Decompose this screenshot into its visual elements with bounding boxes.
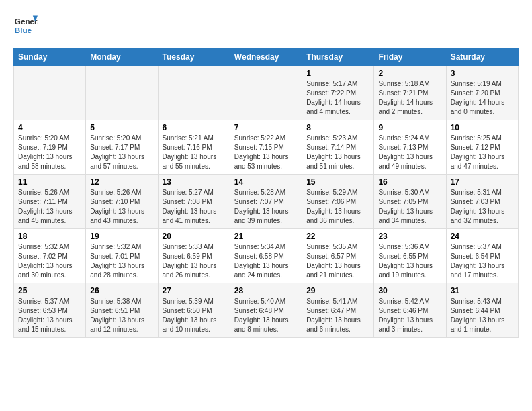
calendar-week-5: 25Sunrise: 5:37 AMSunset: 6:53 PMDayligh… — [14, 283, 519, 338]
day-number: 13 — [163, 177, 226, 187]
calendar-week-1: 1Sunrise: 5:17 AMSunset: 7:22 PMDaylight… — [14, 66, 519, 120]
calendar-cell: 29Sunrise: 5:41 AMSunset: 6:47 PMDayligh… — [302, 283, 374, 338]
day-info: Sunrise: 5:43 AMSunset: 6:44 PMDaylight:… — [451, 297, 514, 334]
day-info: Sunrise: 5:41 AMSunset: 6:47 PMDaylight:… — [306, 297, 369, 334]
day-info: Sunrise: 5:40 AMSunset: 6:48 PMDaylight:… — [234, 297, 298, 334]
day-info: Sunrise: 5:39 AMSunset: 6:50 PMDaylight:… — [163, 297, 226, 334]
calendar-cell: 25Sunrise: 5:37 AMSunset: 6:53 PMDayligh… — [14, 283, 86, 338]
day-info: Sunrise: 5:18 AMSunset: 7:21 PMDaylight:… — [378, 79, 441, 117]
day-info: Sunrise: 5:23 AMSunset: 7:14 PMDaylight:… — [306, 134, 369, 171]
day-number: 24 — [451, 232, 514, 241]
day-info: Sunrise: 5:26 AMSunset: 7:11 PMDaylight:… — [18, 188, 81, 226]
calendar-cell: 12Sunrise: 5:26 AMSunset: 7:10 PMDayligh… — [86, 175, 158, 229]
weekday-header-monday: Monday — [86, 49, 158, 66]
calendar-cell: 19Sunrise: 5:32 AMSunset: 7:01 PMDayligh… — [86, 229, 158, 283]
day-number: 23 — [378, 232, 441, 241]
weekday-header-tuesday: Tuesday — [158, 49, 230, 66]
weekday-row: SundayMondayTuesdayWednesdayThursdayFrid… — [14, 49, 519, 66]
calendar-cell: 4Sunrise: 5:20 AMSunset: 7:19 PMDaylight… — [14, 120, 86, 175]
calendar-cell — [230, 66, 302, 120]
calendar-cell — [158, 66, 230, 120]
day-info: Sunrise: 5:26 AMSunset: 7:10 PMDaylight:… — [90, 188, 153, 226]
weekday-header-wednesday: Wednesday — [230, 49, 302, 66]
day-number: 12 — [90, 177, 153, 187]
day-number: 8 — [306, 123, 369, 132]
calendar-cell: 14Sunrise: 5:28 AMSunset: 7:07 PMDayligh… — [230, 175, 302, 229]
calendar-week-3: 11Sunrise: 5:26 AMSunset: 7:11 PMDayligh… — [14, 175, 519, 229]
day-info: Sunrise: 5:32 AMSunset: 7:01 PMDaylight:… — [90, 242, 153, 280]
day-info: Sunrise: 5:36 AMSunset: 6:55 PMDaylight:… — [378, 242, 441, 280]
calendar-cell: 10Sunrise: 5:25 AMSunset: 7:12 PMDayligh… — [446, 120, 518, 175]
day-number: 28 — [234, 286, 298, 295]
calendar-cell: 6Sunrise: 5:21 AMSunset: 7:16 PMDaylight… — [158, 120, 230, 175]
calendar-cell: 13Sunrise: 5:27 AMSunset: 7:08 PMDayligh… — [158, 175, 230, 229]
day-number: 22 — [306, 232, 369, 241]
day-info: Sunrise: 5:31 AMSunset: 7:03 PMDaylight:… — [451, 188, 514, 226]
calendar-cell: 16Sunrise: 5:30 AMSunset: 7:05 PMDayligh… — [374, 175, 446, 229]
day-number: 14 — [234, 177, 298, 187]
calendar-table: SundayMondayTuesdayWednesdayThursdayFrid… — [13, 48, 519, 338]
day-number: 4 — [18, 123, 81, 132]
day-number: 31 — [451, 286, 514, 295]
calendar-cell — [14, 66, 86, 120]
day-number: 9 — [378, 123, 441, 132]
day-info: Sunrise: 5:22 AMSunset: 7:15 PMDaylight:… — [234, 134, 298, 171]
calendar-cell: 24Sunrise: 5:37 AMSunset: 6:54 PMDayligh… — [446, 229, 518, 283]
svg-text:Blue: Blue — [15, 26, 32, 34]
calendar-week-2: 4Sunrise: 5:20 AMSunset: 7:19 PMDaylight… — [14, 120, 519, 175]
day-number: 26 — [90, 286, 153, 295]
weekday-header-saturday: Saturday — [446, 49, 518, 66]
day-info: Sunrise: 5:33 AMSunset: 6:59 PMDaylight:… — [163, 242, 226, 280]
calendar-cell: 15Sunrise: 5:29 AMSunset: 7:06 PMDayligh… — [302, 175, 374, 229]
day-info: Sunrise: 5:37 AMSunset: 6:53 PMDaylight:… — [18, 297, 81, 334]
day-number: 19 — [90, 232, 153, 241]
day-info: Sunrise: 5:32 AMSunset: 7:02 PMDaylight:… — [18, 242, 81, 280]
day-info: Sunrise: 5:21 AMSunset: 7:16 PMDaylight:… — [163, 134, 226, 171]
day-number: 10 — [451, 123, 514, 132]
day-number: 30 — [378, 286, 441, 295]
day-info: Sunrise: 5:42 AMSunset: 6:46 PMDaylight:… — [378, 297, 441, 334]
calendar-cell: 28Sunrise: 5:40 AMSunset: 6:48 PMDayligh… — [230, 283, 302, 338]
day-number: 11 — [18, 177, 81, 187]
logo-icon: GeneralBlue — [13, 13, 38, 38]
calendar-cell: 22Sunrise: 5:35 AMSunset: 6:57 PMDayligh… — [302, 229, 374, 283]
day-info: Sunrise: 5:30 AMSunset: 7:05 PMDaylight:… — [378, 188, 441, 226]
weekday-header-thursday: Thursday — [302, 49, 374, 66]
day-number: 18 — [18, 232, 81, 241]
calendar-cell: 8Sunrise: 5:23 AMSunset: 7:14 PMDaylight… — [302, 120, 374, 175]
calendar-cell: 9Sunrise: 5:24 AMSunset: 7:13 PMDaylight… — [374, 120, 446, 175]
calendar-cell: 30Sunrise: 5:42 AMSunset: 6:46 PMDayligh… — [374, 283, 446, 338]
day-number: 17 — [451, 177, 514, 187]
calendar-cell: 26Sunrise: 5:38 AMSunset: 6:51 PMDayligh… — [86, 283, 158, 338]
day-number: 16 — [378, 177, 441, 187]
day-number: 7 — [234, 123, 298, 132]
calendar-cell: 2Sunrise: 5:18 AMSunset: 7:21 PMDaylight… — [374, 66, 446, 120]
day-info: Sunrise: 5:28 AMSunset: 7:07 PMDaylight:… — [234, 188, 298, 226]
day-info: Sunrise: 5:34 AMSunset: 6:58 PMDaylight:… — [234, 242, 298, 280]
day-info: Sunrise: 5:20 AMSunset: 7:19 PMDaylight:… — [18, 134, 81, 171]
day-number: 15 — [306, 177, 369, 187]
calendar-cell: 27Sunrise: 5:39 AMSunset: 6:50 PMDayligh… — [158, 283, 230, 338]
calendar-cell: 3Sunrise: 5:19 AMSunset: 7:20 PMDaylight… — [446, 66, 518, 120]
calendar-header: SundayMondayTuesdayWednesdayThursdayFrid… — [14, 49, 519, 66]
day-number: 27 — [163, 286, 226, 295]
calendar-cell: 17Sunrise: 5:31 AMSunset: 7:03 PMDayligh… — [446, 175, 518, 229]
logo: GeneralBlue — [13, 13, 38, 38]
day-info: Sunrise: 5:19 AMSunset: 7:20 PMDaylight:… — [451, 79, 514, 117]
day-info: Sunrise: 5:17 AMSunset: 7:22 PMDaylight:… — [306, 79, 369, 117]
day-number: 21 — [234, 232, 298, 241]
day-info: Sunrise: 5:20 AMSunset: 7:17 PMDaylight:… — [90, 134, 153, 171]
calendar-cell: 11Sunrise: 5:26 AMSunset: 7:11 PMDayligh… — [14, 175, 86, 229]
day-info: Sunrise: 5:29 AMSunset: 7:06 PMDaylight:… — [306, 188, 369, 226]
weekday-header-friday: Friday — [374, 49, 446, 66]
day-info: Sunrise: 5:27 AMSunset: 7:08 PMDaylight:… — [163, 188, 226, 226]
calendar-body: 1Sunrise: 5:17 AMSunset: 7:22 PMDaylight… — [14, 66, 519, 338]
calendar-cell: 21Sunrise: 5:34 AMSunset: 6:58 PMDayligh… — [230, 229, 302, 283]
day-number: 2 — [378, 68, 441, 78]
day-number: 25 — [18, 286, 81, 295]
calendar-cell: 18Sunrise: 5:32 AMSunset: 7:02 PMDayligh… — [14, 229, 86, 283]
calendar-cell — [86, 66, 158, 120]
day-number: 1 — [306, 68, 369, 78]
calendar-cell: 5Sunrise: 5:20 AMSunset: 7:17 PMDaylight… — [86, 120, 158, 175]
calendar-cell: 20Sunrise: 5:33 AMSunset: 6:59 PMDayligh… — [158, 229, 230, 283]
